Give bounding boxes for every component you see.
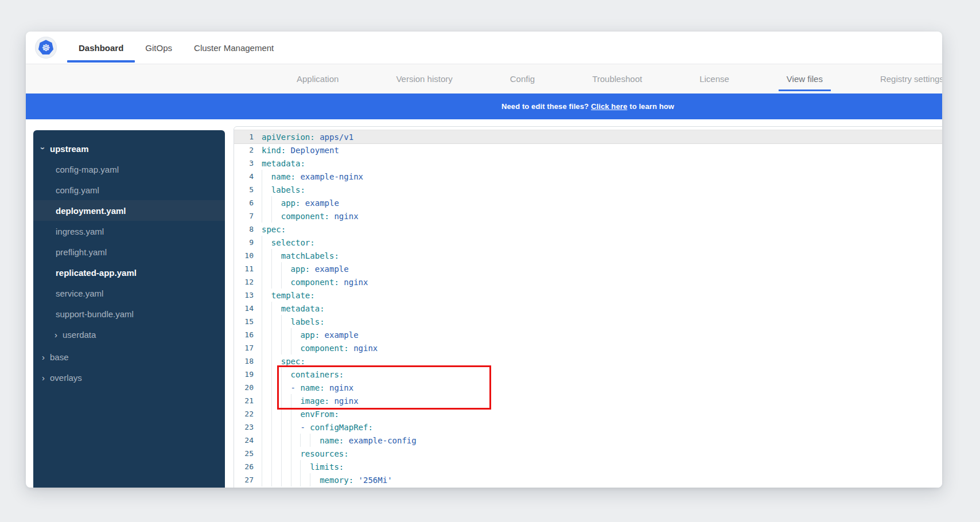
code-content: component: nginx <box>262 341 378 355</box>
line-number: 14 <box>234 304 262 313</box>
code-line-26: 26limits: <box>234 460 942 473</box>
chevron-down-icon: › <box>39 147 48 150</box>
tree-folder-userdata[interactable]: ›userdata <box>33 324 225 345</box>
tab-config[interactable]: Config <box>510 64 535 94</box>
indent-guides <box>262 315 291 328</box>
code-content: limits: <box>262 460 344 473</box>
code-content: apiVersion: apps/v1 <box>262 130 353 143</box>
tab-version-history[interactable]: Version history <box>396 64 452 94</box>
code-line-12: 12component: nginx <box>234 275 942 289</box>
yaml-file-viewer[interactable]: 1apiVersion: apps/v12kind: Deployment3me… <box>234 126 942 488</box>
tree-folder-upstream[interactable]: ›upstream <box>33 138 225 159</box>
tab-application[interactable]: Application <box>297 64 339 94</box>
code-line-22: 22envFrom: <box>234 407 942 420</box>
tree-file-ingress-yaml[interactable]: ingress.yaml <box>33 221 225 241</box>
line-number: 24 <box>234 436 262 445</box>
line-number: 15 <box>234 317 262 326</box>
tree-item-label: replicated-app.yaml <box>56 268 137 278</box>
tree-folder-overlays[interactable]: ›overlays <box>33 367 225 388</box>
code-content: name: example-config <box>262 434 417 447</box>
line-number: 19 <box>234 370 262 379</box>
code-content: image: nginx <box>262 394 359 407</box>
indent-guides <box>262 381 291 394</box>
indent-guides <box>262 394 300 407</box>
edit-files-banner: Need to edit these files? Click here to … <box>26 94 942 119</box>
tree-file-config-map-yaml[interactable]: config-map.yaml <box>33 159 225 180</box>
indent-guides <box>262 170 271 183</box>
tree-file-deployment-yaml[interactable]: deployment.yaml <box>33 200 225 221</box>
code-content: spec: <box>262 355 305 368</box>
code-line-11: 11app: example <box>234 262 942 275</box>
code-content: labels: <box>262 183 305 196</box>
code-content: app: example <box>262 328 359 341</box>
code-content: component: nginx <box>262 275 368 289</box>
line-number: 10 <box>234 251 262 260</box>
tree-file-service-yaml[interactable]: service.yaml <box>33 283 225 303</box>
tree-item-label: userdata <box>63 330 96 340</box>
code-content: kind: Deployment <box>262 143 339 157</box>
indent-guides <box>262 434 320 447</box>
code-content: labels: <box>262 315 325 328</box>
tree-file-replicated-app-yaml[interactable]: replicated-app.yaml <box>33 262 225 283</box>
code-line-13: 13template: <box>234 289 942 302</box>
indent-guides <box>262 328 300 341</box>
tab-troubleshoot[interactable]: Troubleshoot <box>592 64 642 94</box>
tree-item-label: deployment.yaml <box>56 206 126 216</box>
banner-click-here-link[interactable]: Click here <box>591 102 627 111</box>
code-content: envFrom: <box>262 407 339 420</box>
indent-guides <box>262 341 300 355</box>
top-navigation: ☸ DashboardGitOpsCluster Management <box>26 32 942 64</box>
code-content: spec: <box>262 223 286 236</box>
indent-guides <box>262 289 271 302</box>
indent-guides <box>262 275 291 289</box>
tree-file-config-yaml[interactable]: config.yaml <box>33 180 225 200</box>
code-content: metadata: <box>262 302 325 315</box>
code-line-18: 18spec: <box>234 355 942 368</box>
code-line-24: 24name: example-config <box>234 434 942 447</box>
line-number: 11 <box>234 264 262 273</box>
indent-guides <box>262 183 271 196</box>
code-content: app: example <box>262 262 349 275</box>
indent-guides <box>262 460 310 473</box>
line-number: 17 <box>234 344 262 352</box>
tree-item-label: service.yaml <box>56 289 103 298</box>
admin-console-window: ☸ DashboardGitOpsCluster Management Appl… <box>26 32 942 488</box>
tree-file-preflight-yaml[interactable]: preflight.yaml <box>33 241 225 262</box>
code-line-9: 9selector: <box>234 236 942 249</box>
indent-guides <box>262 447 300 460</box>
indent-guides <box>262 407 300 420</box>
code-line-21: 21image: nginx <box>234 394 942 407</box>
indent-guides <box>262 236 271 249</box>
tree-item-label: config.yaml <box>56 185 99 195</box>
code-line-8: 8spec: <box>234 223 942 236</box>
tab-view-files[interactable]: View files <box>787 64 823 94</box>
code-line-14: 14metadata: <box>234 302 942 315</box>
code-content: template: <box>262 289 315 302</box>
line-number: 6 <box>234 198 262 207</box>
code-line-27: 27memory: '256Mi' <box>234 473 942 486</box>
code-content: selector: <box>262 236 315 249</box>
code-line-6: 6app: example <box>234 196 942 209</box>
topnav-tab-gitops[interactable]: GitOps <box>145 32 172 64</box>
banner-text-before: Need to edit these files? <box>501 102 589 111</box>
code-line-17: 17component: nginx <box>234 341 942 355</box>
code-content: containers: <box>262 368 344 381</box>
kubernetes-logo[interactable]: ☸ <box>35 37 57 59</box>
tab-license[interactable]: License <box>699 64 729 94</box>
topnav-tab-cluster-management[interactable]: Cluster Management <box>194 32 274 64</box>
code-line-10: 10matchLabels: <box>234 249 942 262</box>
code-line-15: 15labels: <box>234 315 942 328</box>
line-number: 21 <box>234 396 262 405</box>
tree-item-label: support-bundle.yaml <box>56 309 134 319</box>
tree-folder-base[interactable]: ›base <box>33 346 225 367</box>
line-number: 26 <box>234 462 262 471</box>
tab-registry-settings[interactable]: Registry settings <box>880 64 942 94</box>
code-content: matchLabels: <box>262 249 339 262</box>
topnav-tab-dashboard[interactable]: Dashboard <box>79 32 123 64</box>
tree-file-support-bundle-yaml[interactable]: support-bundle.yaml <box>33 303 225 324</box>
code-line-4: 4name: example-nginx <box>234 170 942 183</box>
indent-guides <box>262 368 291 381</box>
banner-text: Need to edit these files? Click here to … <box>234 94 942 119</box>
line-number: 13 <box>234 291 262 299</box>
kubernetes-wheel-icon: ☸ <box>38 40 54 56</box>
